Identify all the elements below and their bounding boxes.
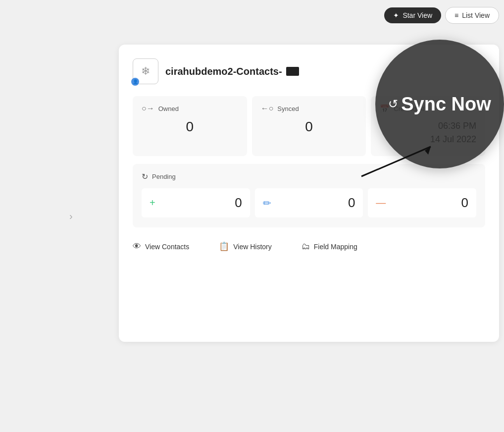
action-links: 👁 View Contacts 📋 View History 🗂 Field M… (133, 241, 485, 252)
pending-edit-item: ✏ 0 (255, 188, 363, 217)
pending-add-value: 0 (235, 195, 242, 211)
top-bar: ✦ Star View ≡ List View (384, 7, 499, 24)
synced-stat-card: ←○ Synced 0 (252, 96, 366, 156)
main-card: ❄ 👤 cirahubdemo2-Contacts- ○→ Owned 0 ←○… (119, 45, 499, 342)
field-mapping-label: Field Mapping (314, 243, 357, 251)
card-title-text: cirahubdemo2-Contacts- (165, 66, 282, 77)
list-view-button[interactable]: ≡ List View (445, 7, 499, 24)
field-mapping-link[interactable]: 🗂 Field Mapping (302, 241, 357, 252)
owned-label-text: Owned (158, 105, 179, 112)
chevron-icon: › (69, 211, 73, 221)
user-badge-icon: 👤 (131, 78, 139, 86)
card-icon-wrap: ❄ 👤 (133, 58, 158, 84)
add-icon: + (150, 197, 155, 209)
sync-now-text: Sync Now (401, 94, 491, 115)
sync-spinner-icon: ↺ (388, 97, 398, 111)
list-view-label: List View (462, 11, 490, 19)
list-view-icon: ≡ (454, 11, 458, 19)
pending-items: + 0 ✏ 0 — 0 (142, 188, 476, 217)
sync-now-row: ↺ Sync Now (388, 94, 491, 115)
card-title: cirahubdemo2-Contacts- (165, 66, 299, 77)
view-contacts-label: View Contacts (145, 243, 189, 251)
pending-section: ↻ Pending + 0 ✏ 0 — 0 (133, 164, 485, 227)
mapping-icon: 🗂 (302, 242, 310, 252)
pending-icon: ↻ (142, 172, 148, 181)
pending-delete-item: — 0 (368, 188, 476, 217)
synced-icon: ←○ (261, 104, 274, 113)
owned-value: 0 (142, 119, 238, 135)
pending-add-item: + 0 (142, 188, 250, 217)
pending-header: ↻ Pending (142, 172, 476, 181)
star-view-button[interactable]: ✦ Star View (384, 7, 441, 23)
owned-icon: ○→ (142, 104, 154, 113)
history-icon: 📋 (219, 241, 229, 252)
view-history-link[interactable]: 📋 View History (219, 241, 272, 252)
star-view-label: Star View (403, 11, 432, 19)
synced-stat-label: ←○ Synced (261, 104, 357, 113)
left-chevron-button[interactable]: › (69, 211, 73, 222)
view-contacts-link[interactable]: 👁 View Contacts (133, 241, 189, 252)
owned-stat-card: ○→ Owned 0 (133, 96, 247, 156)
pending-edit-value: 0 (348, 195, 355, 211)
snowflake-icon: ❄ (141, 65, 150, 78)
eye-icon: 👁 (133, 242, 141, 252)
edit-icon: ✏ (263, 197, 271, 209)
card-title-box (286, 67, 299, 76)
owned-stat-label: ○→ Owned (142, 104, 238, 113)
delete-icon: — (376, 197, 386, 209)
view-history-label: View History (233, 243, 272, 251)
sync-now-overlay[interactable]: ↺ Sync Now (375, 40, 504, 168)
pending-delete-value: 0 (461, 195, 468, 211)
synced-label-text: Synced (277, 105, 299, 112)
star-view-icon: ✦ (393, 11, 399, 19)
synced-value: 0 (261, 119, 357, 135)
pending-label: Pending (152, 173, 176, 180)
